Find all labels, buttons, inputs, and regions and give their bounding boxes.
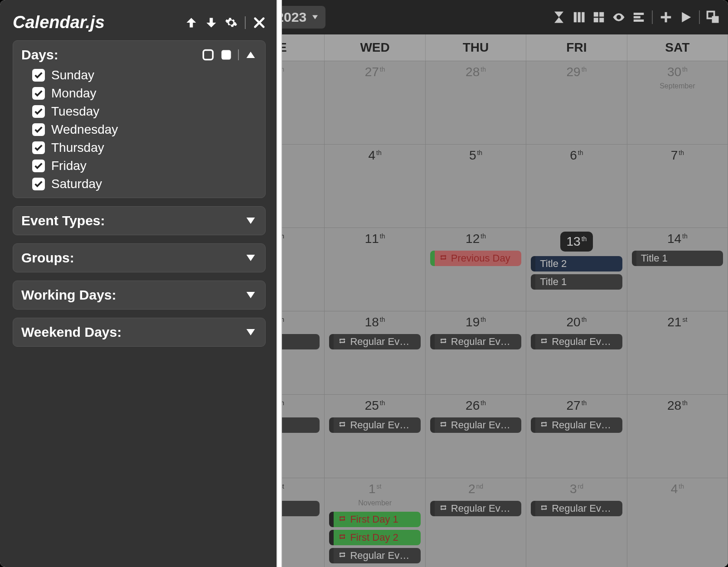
event[interactable]: Regular Ev… [278,417,320,433]
section-working-days-title: Working Days: [21,287,116,303]
checkbox-monday[interactable]: Monday [32,86,257,101]
sidebar-resizer[interactable] [277,0,282,567]
grid-icon[interactable] [592,10,606,24]
event[interactable]: Regular Ev… [329,334,420,349]
chevron-down-icon[interactable] [244,289,257,301]
week-row: 17thRegular Ev…18thRegular Ev…19thRegula… [278,311,728,394]
day-cell[interactable]: 20thRegular Ev… [526,311,627,394]
day-number: 14th [667,232,688,246]
day-cell[interactable]: 12thPrevious Day [426,228,526,311]
chevron-down-icon[interactable] [244,252,257,264]
event[interactable]: First Day 2 [329,530,420,545]
checkbox-thursday[interactable]: Thursday [32,141,257,155]
event[interactable]: Regular Ev… [278,334,320,349]
day-cell[interactable]: 26thRegular Ev… [426,395,526,478]
checkbox-saturday[interactable]: Saturday [32,177,257,191]
day-cell[interactable]: 11th [325,228,425,311]
day-number: 29th [567,65,587,79]
event[interactable]: Regular Ev… [329,548,420,563]
day-cell[interactable]: 18thRegular Ev… [325,311,425,394]
event[interactable]: Regular Ev… [430,501,521,516]
topbar-actions [552,10,720,24]
close-icon[interactable] [253,16,266,29]
chevron-down-icon[interactable] [244,214,257,227]
day-cell[interactable]: 4th [325,145,425,228]
day-cell[interactable]: 28th [627,395,728,478]
event[interactable]: Regular Ev… [278,501,320,516]
checkbox-wednesday[interactable]: Wednesday [32,122,257,137]
select-all-icon[interactable] [220,48,233,61]
month-selector[interactable]: October 2023 [278,6,325,29]
event[interactable]: Regular Ev… [430,334,521,349]
event[interactable]: Regular Ev… [430,417,521,433]
play-icon[interactable] [679,10,693,24]
day-cell[interactable]: 19thRegular Ev… [426,311,526,394]
section-working-days[interactable]: Working Days: [13,281,266,310]
day-cell[interactable]: 13thTitle 2Title 1 [526,228,627,311]
day-cell[interactable]: 5th [426,145,526,228]
select-none-icon[interactable] [202,48,214,61]
day-cell[interactable]: 31stRegular Ev… [278,478,325,567]
hourglass-icon[interactable] [552,10,566,24]
calendar-main: October 2023 TUE WED THU FRI SAT [278,0,728,567]
gear-icon[interactable] [225,16,238,29]
day-cell[interactable]: 27thRegular Ev… [526,395,627,478]
day-cell[interactable]: 28th [426,61,526,144]
section-weekend-days[interactable]: Weekend Days: [13,318,266,347]
plus-icon[interactable] [659,10,673,24]
day-cell[interactable]: 21st [627,311,728,394]
svg-rect-10 [634,16,641,19]
section-event-types[interactable]: Event Types: [13,206,266,235]
section-groups[interactable]: Groups: [13,243,266,272]
day-cell[interactable]: 10th [278,228,325,311]
check-icon [32,160,45,172]
day-cell[interactable]: 24thRegular Ev… [278,395,325,478]
chevron-up-icon[interactable] [244,48,257,61]
repeat-icon [540,503,548,514]
event[interactable]: Title 2 [531,256,622,271]
event[interactable]: Regular Ev… [329,417,420,433]
event[interactable]: Title 1 [632,251,723,266]
fullscreen-icon[interactable] [706,10,720,24]
arrow-up-icon[interactable] [185,16,198,29]
day-cell[interactable]: 17thRegular Ev… [278,311,325,394]
section-days-actions [202,48,257,61]
event[interactable]: Title 1 [531,274,622,290]
events: Regular Ev… [531,334,622,349]
checkbox-tuesday[interactable]: Tuesday [32,104,257,119]
section-days-header[interactable]: Days: [21,47,257,63]
checkbox-label: Saturday [51,177,102,191]
checkbox-sunday[interactable]: Sunday [32,68,257,82]
svg-rect-9 [634,13,644,15]
day-cell[interactable]: 7th [627,145,728,228]
day-cell[interactable]: 2ndRegular Ev… [426,478,526,567]
event[interactable]: Previous Day [430,251,521,266]
columns-icon[interactable] [572,10,586,24]
day-cell[interactable]: 1stNovemberFirst Day 1First Day 2Regular… [325,478,425,567]
event[interactable]: Regular Ev… [531,417,622,433]
list-icon[interactable] [632,10,645,24]
day-cell[interactable]: 26th [278,61,325,144]
event[interactable]: Regular Ev… [531,501,622,516]
event[interactable]: Regular Ev… [531,334,622,349]
day-cell[interactable]: 27th [325,61,425,144]
chevron-down-icon[interactable] [244,326,257,339]
day-cell[interactable]: 14thTitle 1 [627,228,728,311]
day-cell[interactable]: 6th [526,145,627,228]
week-row: 26th27th28th29th30thSeptember [278,61,728,144]
check-icon [32,105,45,118]
eye-icon[interactable] [612,10,626,24]
day-header: THU [426,34,526,61]
day-number: 4th [368,148,381,163]
arrow-down-icon[interactable] [205,16,218,29]
day-cell[interactable]: 30thSeptember [627,61,728,144]
day-cell[interactable]: 29th [526,61,627,144]
day-cell[interactable]: 4th [627,478,728,567]
event-label: Regular Ev… [451,336,510,348]
checkbox-friday[interactable]: Friday [32,159,257,173]
day-cell[interactable]: 25thRegular Ev… [325,395,425,478]
day-number: 18th [365,315,385,330]
day-cell[interactable]: 3rd [278,145,325,228]
day-cell[interactable]: 3rdRegular Ev… [526,478,627,567]
event[interactable]: First Day 1 [329,512,420,527]
